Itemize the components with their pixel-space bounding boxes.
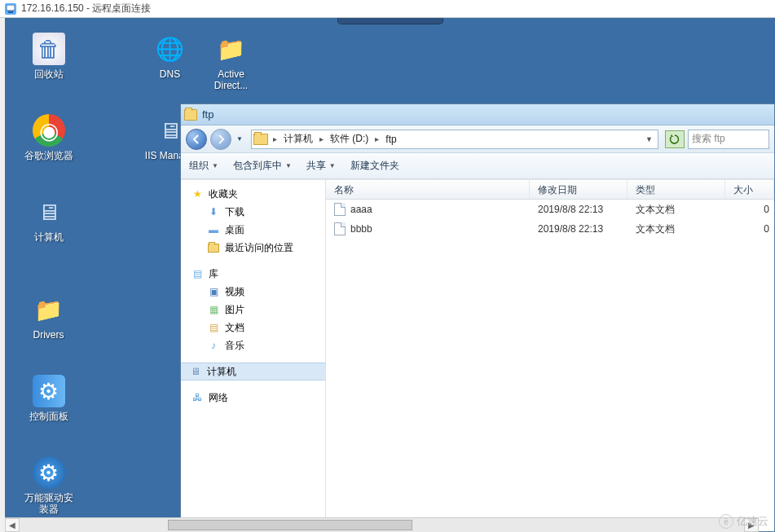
file-name: aaaa [350,204,372,215]
tree-downloads[interactable]: ⬇下载 [181,203,325,221]
desktop-icon-control-panel[interactable]: ⚙控制面板 [18,375,79,422]
new-folder-button[interactable]: 新建文件夹 [350,159,399,173]
col-type[interactable]: 类型 [627,180,725,200]
back-button[interactable] [186,129,207,150]
breadcrumb-dropdown[interactable]: ▼ [645,135,656,143]
active-directory-icon: 📁 [215,33,248,65]
desktop-icon-label: DNS [139,68,200,80]
breadcrumb-folder[interactable]: ftp [381,134,401,145]
search-input[interactable]: 搜索 ftp [688,130,769,149]
file-date: 2019/8/8 22:13 [530,223,627,235]
scroll-thumb[interactable] [168,520,412,530]
chevron-down-icon: ▼ [329,162,336,169]
file-row[interactable]: aaaa 2019/8/8 22:13 文本文档 0 [326,200,774,219]
tree-videos[interactable]: ▣视频 [181,283,325,301]
file-date: 2019/8/8 22:13 [530,204,627,215]
tree-favorites[interactable]: ★收藏夹 [181,185,325,203]
file-size: 0 [725,204,774,215]
watermark-text: 亿速云 [737,514,768,529]
picture-icon: ▦ [207,304,220,315]
tree-music[interactable]: ♪音乐 [181,336,325,354]
tree-documents[interactable]: ▤文档 [181,319,325,336]
desktop-icon-recycle-bin[interactable]: 🗑回收站 [18,33,79,80]
chevron-down-icon: ▼ [285,162,292,169]
rdp-title: 172.16.16.150 - 远程桌面连接 [21,2,151,15]
svg-rect-0 [7,5,15,11]
column-headers: 名称 修改日期 类型 大小 [326,180,774,200]
rdp-icon [5,3,16,15]
driver-installer-icon: ⚙ [33,456,65,489]
svg-rect-1 [8,11,13,13]
explorer-window: ftp ▼ ▸ 计算机 ▸ 软件 (D:) ▸ ftp ▼ [180,103,775,532]
chrome-icon: ◉ [33,114,65,147]
explorer-titlebar[interactable]: ftp [181,104,774,125]
remote-desktop: 🗑回收站🌐DNS📁Active Direct...◉谷歌浏览器🖥IIS Mana… [5,18,775,532]
chevron-right-icon: ▸ [373,134,381,143]
tree-desktop[interactable]: ▬桌面 [181,221,325,239]
breadcrumb-computer[interactable]: 计算机 [279,132,318,146]
col-date[interactable]: 修改日期 [530,180,627,200]
desktop-icon-active-directory[interactable]: 📁Active Direct... [200,33,262,91]
navigation-tree: ★收藏夹 ⬇下载 ▬桌面 最近访问的位置 ▤库 ▣视频 ▦图片 ▤文档 ♪音乐 … [181,180,326,531]
control-panel-icon: ⚙ [33,375,65,407]
text-file-icon [334,203,346,216]
breadcrumb-drive[interactable]: 软件 (D:) [325,132,373,146]
forward-button[interactable] [210,129,231,150]
star-icon: ★ [191,188,204,200]
file-row[interactable]: bbbb 2019/8/8 22:13 文本文档 0 [326,219,774,239]
explorer-toolbar: 组织▼ 包含到库中▼ 共享▼ 新建文件夹 [181,153,774,179]
desktop-icon-drivers[interactable]: 📁Drivers [18,293,79,341]
nav-history-dropdown[interactable]: ▼ [235,129,244,150]
rdp-connection-bar[interactable] [337,18,443,24]
desktop-icon-computer[interactable]: 🖥计算机 [18,196,79,243]
search-placeholder: 搜索 ftp [692,132,725,146]
file-list-body[interactable]: aaaa 2019/8/8 22:13 文本文档 0bbbb 2019/8/8 … [326,200,774,531]
tree-computer[interactable]: 🖥计算机 [181,363,325,380]
desktop-icon-label: Active Direct... [200,68,262,91]
tree-recent[interactable]: 最近访问的位置 [181,239,325,257]
explorer-body: ★收藏夹 ⬇下载 ▬桌面 最近访问的位置 ▤库 ▣视频 ▦图片 ▤文档 ♪音乐 … [181,179,774,531]
include-in-library-button[interactable]: 包含到库中▼ [233,159,292,173]
tree-libraries[interactable]: ▤库 [181,265,325,283]
library-icon: ▤ [191,268,204,279]
file-name: bbbb [350,223,372,235]
file-type: 文本文档 [627,222,725,236]
desktop-icon-chrome[interactable]: ◉谷歌浏览器 [18,114,79,161]
document-icon: ▤ [207,322,220,333]
tree-pictures[interactable]: ▦图片 [181,301,325,319]
breadcrumb-root-icon [253,134,268,145]
desktop-icon-label: 万能驱动安 装器 [18,492,79,515]
dns-icon: 🌐 [154,33,187,65]
file-type: 文本文档 [627,203,725,217]
desktop-icon-driver-installer[interactable]: ⚙万能驱动安 装器 [18,456,79,515]
computer-icon: 🖥 [33,196,65,228]
share-button[interactable]: 共享▼ [306,159,336,173]
network-icon: 🖧 [191,392,204,403]
file-size: 0 [725,223,774,235]
file-list: 名称 修改日期 类型 大小 aaaa 2019/8/8 22:13 文本文档 0… [326,180,774,531]
recent-icon [207,242,220,253]
tree-network[interactable]: 🖧网络 [181,389,325,407]
chevron-right-icon: ▸ [318,134,325,143]
horizontal-scrollbar[interactable]: ◀ ▶ [5,517,759,532]
chevron-down-icon: ▼ [212,162,218,169]
recycle-bin-icon: 🗑 [33,33,65,65]
desktop-icon-label: 谷歌浏览器 [18,150,79,161]
refresh-button[interactable] [665,130,685,148]
watermark: ё 亿速云 [719,514,768,529]
desktop-icon: ▬ [207,224,220,235]
desktop-icon-label: Drivers [18,329,79,341]
col-name[interactable]: 名称 [326,180,530,200]
scroll-left-button[interactable]: ◀ [5,518,20,532]
breadcrumbs[interactable]: ▸ 计算机 ▸ 软件 (D:) ▸ ftp ▼ [251,130,658,149]
desktop-icon-dns[interactable]: 🌐DNS [139,33,200,80]
download-icon: ⬇ [207,206,220,218]
desktop-icon-label: 回收站 [18,68,79,80]
chevron-right-icon: ▸ [271,134,279,143]
explorer-navbar: ▼ ▸ 计算机 ▸ 软件 (D:) ▸ ftp ▼ 搜索 ftp [181,125,774,153]
computer-icon: 🖥 [189,366,202,377]
col-size[interactable]: 大小 [725,180,774,200]
watermark-icon: ё [719,514,733,529]
organize-button[interactable]: 组织▼ [189,159,218,173]
drivers-icon: 📁 [33,293,65,326]
